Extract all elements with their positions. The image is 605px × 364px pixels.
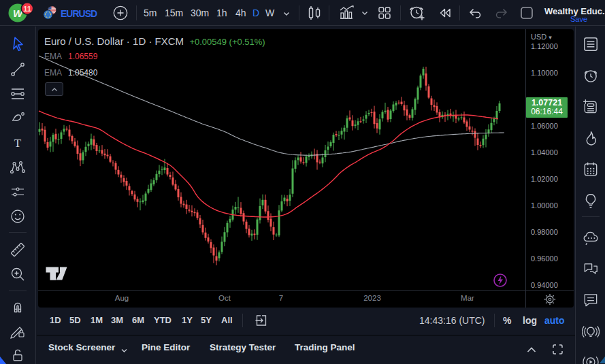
svg-text:T: T — [14, 137, 22, 150]
svg-text:11: 11 — [23, 5, 31, 13]
